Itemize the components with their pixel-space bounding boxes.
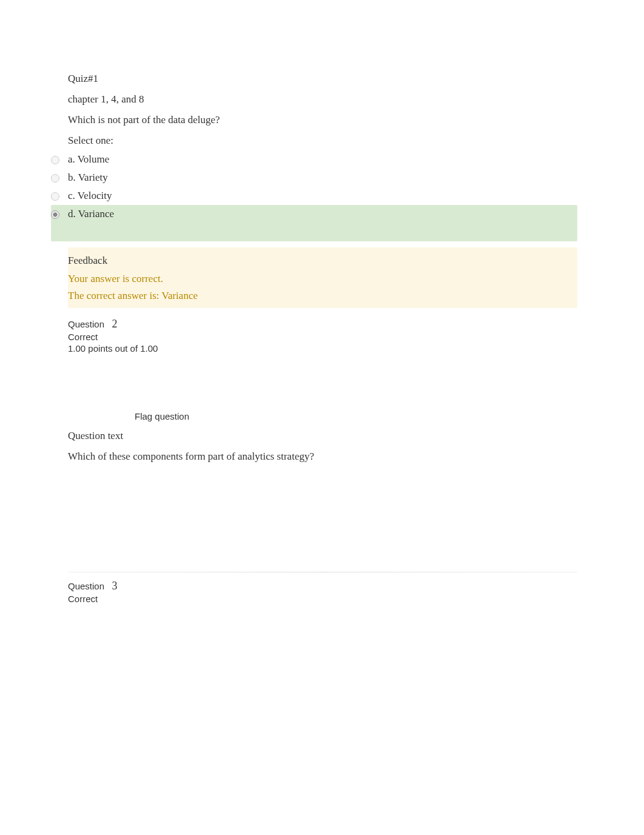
q1-feedback: Feedback Your answer is correct. The cor… [68, 247, 577, 308]
feedback-correct-msg: Your answer is correct. [68, 273, 577, 285]
q2-prompt: Which of these components form part of a… [68, 451, 511, 463]
q2-text-label: Question text [68, 430, 511, 442]
q2-meta: Question 2 Correct 1.00 points out of 1.… [68, 318, 511, 354]
q1-select-label: Select one: [68, 135, 511, 147]
q1-option-d-correct[interactable]: d. Variance [51, 205, 577, 241]
option-text: d. Variance [68, 208, 114, 220]
radio-icon[interactable] [51, 156, 59, 164]
question-status: Correct [68, 594, 511, 604]
flag-question-link[interactable]: Flag question [135, 411, 511, 421]
q1-option-a[interactable]: a. Volume [51, 150, 511, 169]
radio-icon-checked[interactable] [51, 210, 59, 219]
option-text: a. Volume [68, 153, 109, 166]
question-number: 2 [112, 318, 118, 330]
feedback-answer-msg: The correct answer is: Variance [68, 290, 577, 302]
question-status: Correct [68, 332, 511, 342]
question-points: 1.00 points out of 1.00 [68, 343, 511, 354]
quiz-title: Quiz#1 [68, 73, 511, 85]
q1-prompt: Which is not part of the data deluge? [68, 114, 511, 126]
option-text: c. Velocity [68, 190, 112, 202]
quiz-subtitle: chapter 1, 4, and 8 [68, 93, 511, 106]
radio-icon[interactable] [51, 174, 59, 183]
question-label: Question [68, 319, 104, 329]
feedback-title: Feedback [68, 255, 577, 267]
divider [68, 572, 577, 572]
option-text: b. Variety [68, 172, 108, 184]
q1-option-b[interactable]: b. Variety [51, 169, 511, 187]
q3-meta: Question 3 Correct [68, 580, 511, 604]
question-label: Question [68, 581, 104, 591]
radio-icon[interactable] [51, 192, 59, 201]
question-number: 3 [112, 580, 118, 592]
q1-option-c[interactable]: c. Velocity [51, 187, 511, 205]
